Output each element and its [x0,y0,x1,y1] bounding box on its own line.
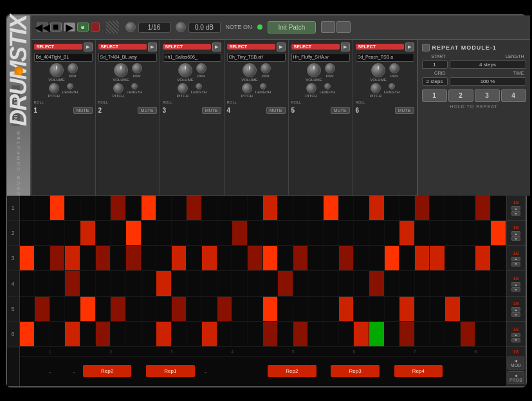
grid-cell-r3-c10[interactable] [156,246,172,270]
side-dn-3[interactable]: ▼ [511,262,520,266]
grid-cell-r3-c7[interactable] [111,246,126,270]
grid-cell-r4-c24[interactable] [369,271,385,295]
grid-cell-r4-c20[interactable] [308,271,324,295]
grid-cell-r2-c1[interactable] [20,221,35,245]
grid-cell-r2-c8[interactable] [126,221,142,245]
grid-cell-r5-c5[interactable] [80,297,96,321]
repeat-btn-2[interactable]: 2 [448,89,473,102]
grid-cell-r4-c8[interactable] [126,271,142,295]
grid-cell-r6-c9[interactable] [142,322,157,346]
grid-cell-r2-c6[interactable] [96,221,111,245]
grid-cell-r5-c19[interactable] [293,297,309,321]
grid-cell-r6-c19[interactable] [293,322,309,346]
grid-cell-r3-c32[interactable] [491,246,506,270]
ch1-length-knob[interactable] [67,83,73,89]
grid-cell-r5-c25[interactable] [385,297,400,321]
grid-cell-r5-c22[interactable] [339,297,354,321]
ch3-mute[interactable]: MUTE [202,107,221,114]
ch5-select[interactable]: SELECT [291,44,340,50]
ch4-arrow[interactable]: ▶ [277,42,286,51]
grid-cell-r1-c19[interactable] [293,196,309,220]
grid-cell-r4-c11[interactable] [172,271,187,295]
grid-cell-r3-c13[interactable] [202,246,217,270]
grid-cell-r4-c30[interactable] [461,271,476,295]
grid-cell-r3-c4[interactable] [65,246,80,270]
grid-cell-r4-c23[interactable] [354,271,369,295]
grid-cell-r5-c30[interactable] [461,297,476,321]
grid-cell-r6-c1[interactable] [20,322,35,346]
ch1-mute[interactable]: MUTE [73,107,93,114]
play-btn[interactable]: ▶ [64,23,75,32]
grid-cell-r4-c7[interactable] [111,271,126,295]
grid-cell-r6-c20[interactable] [308,322,324,346]
ch1-select[interactable]: SELECT [34,44,82,50]
ch5-mute[interactable]: MUTE [331,107,350,114]
grid-cell-r4-c29[interactable] [445,271,461,295]
grid-cell-r5-c28[interactable] [430,297,445,321]
prob-button[interactable]: ◄ PROB [508,371,524,384]
grid-cell-r4-c21[interactable] [324,271,339,295]
grid-cell-r5-c23[interactable] [354,297,369,321]
grid-cell-r4-c12[interactable] [187,271,202,295]
grid-cell-r5-c2[interactable] [35,297,50,321]
side-dn-5[interactable]: ▼ [511,312,520,317]
grid-cell-r6-c12[interactable] [187,322,202,346]
grid-cell-r6-c29[interactable] [445,322,461,346]
grid-cell-r3-c19[interactable] [293,246,309,270]
ch4-select[interactable]: SELECT [227,44,275,50]
ch5-pitch-knob[interactable] [306,83,316,93]
e-btn[interactable]: e [77,23,89,32]
grid-cell-r2-c4[interactable] [65,221,80,245]
grid-cell-r2-c3[interactable] [50,221,66,245]
grid-cell-r2-c7[interactable] [111,221,126,245]
grid-cell-r4-c28[interactable] [430,271,445,295]
grid-cell-r1-c18[interactable] [278,196,293,220]
ch2-arrow[interactable]: ▶ [148,42,157,51]
grid-cell-r4-c17[interactable] [263,271,279,295]
repeat-btn-3[interactable]: 3 [475,89,500,102]
grid-cell-r6-c18[interactable] [278,322,293,346]
grid-cell-r3-c16[interactable] [248,246,263,270]
grid-cell-r1-c1[interactable] [20,196,35,220]
grid-cell-r2-c19[interactable] [293,221,309,245]
grid-cell-r2-c23[interactable] [354,221,369,245]
grid-cell-r4-c31[interactable] [475,271,491,295]
grid-cell-r3-c1[interactable] [20,246,35,270]
repeat-btn-1[interactable]: 1 [422,89,447,102]
grid-cell-r4-c18[interactable] [278,271,293,295]
grid-cell-r5-c29[interactable] [445,297,461,321]
rec-btn[interactable] [91,23,100,32]
ch2-pan-knob[interactable] [132,63,142,73]
grid-cell-r4-c10[interactable] [156,271,172,295]
grid-cell-r2-c17[interactable] [263,221,279,245]
grid-cell-r3-c26[interactable] [399,246,415,270]
grid-cell-r2-c26[interactable] [399,221,415,245]
ch2-mute[interactable]: MUTE [138,107,157,114]
ch4-pan-knob[interactable] [261,63,271,73]
ch4-mute[interactable]: MUTE [266,107,286,114]
grid-cell-r3-c2[interactable] [35,246,50,270]
grid-cell-r2-c12[interactable] [187,221,202,245]
ch3-arrow[interactable]: ▶ [212,42,221,51]
grid-cell-r2-c10[interactable] [156,221,172,245]
rew-btn[interactable]: ◀◀ [37,23,48,32]
grid-cell-r4-c32[interactable] [491,271,506,295]
grid-cell-r4-c13[interactable] [202,271,217,295]
side-up-2[interactable]: ▲ [511,231,520,236]
ch2-length-knob[interactable] [131,83,138,89]
grid-cell-r2-c25[interactable] [385,221,400,245]
grid-cell-r5-c32[interactable] [491,297,506,321]
grid-cell-r2-c13[interactable] [202,221,217,245]
grid-cell-r6-c8[interactable] [126,322,142,346]
grid-cell-r6-c26[interactable] [399,322,415,346]
ch6-pan-knob[interactable] [389,63,399,73]
grid-cell-r6-c15[interactable] [232,322,248,346]
grid-cell-r5-c31[interactable] [475,297,491,321]
grid-cell-r2-c22[interactable] [339,221,354,245]
grid-cell-r1-c15[interactable] [232,196,248,220]
grid-cell-r5-c26[interactable] [399,297,415,321]
grid-cell-r6-c22[interactable] [339,322,354,346]
grid-cell-r5-c14[interactable] [217,297,233,321]
grid-cell-r6-c27[interactable] [415,322,430,346]
grid-cell-r2-c21[interactable] [324,221,339,245]
